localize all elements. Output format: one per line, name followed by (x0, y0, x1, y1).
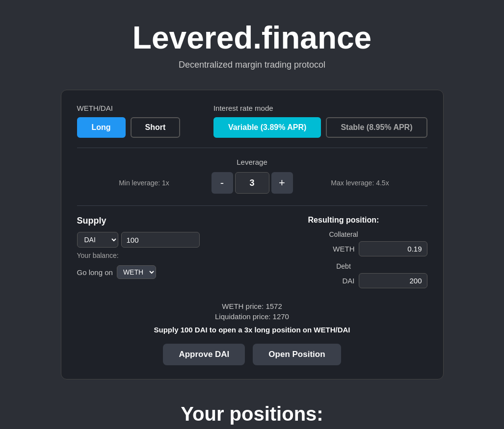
balance-text: Your balance: (77, 252, 244, 259)
supply-token-select[interactable]: DAI WETH (77, 232, 118, 248)
collateral-label: Collateral (260, 230, 427, 238)
page-container: Levered.finance Decentralized margin tra… (0, 0, 504, 429)
collateral-value-input[interactable] (359, 241, 427, 256)
approve-dai-button[interactable]: Approve DAI (163, 344, 245, 365)
leverage-minus-button[interactable]: - (212, 172, 233, 194)
action-buttons: Approve DAI Open Position (77, 344, 427, 365)
dai-result-label: DAI (342, 277, 354, 285)
max-leverage-label: Max leverage: 4.5x (293, 179, 427, 187)
pair-section: WETH/DAI Long Short (77, 104, 181, 138)
leverage-label: Leverage (237, 158, 267, 166)
go-long-label: Go long on (77, 268, 113, 277)
leverage-row: Min leverage: 1x - + Max leverage: 4.5x (77, 172, 427, 194)
position-summary: Supply 100 DAI to open a 3x long positio… (77, 326, 427, 334)
collateral-group: Collateral WETH (260, 230, 427, 256)
variable-rate-button[interactable]: Variable (3.89% APR) (213, 117, 321, 138)
debt-label: Debt (260, 262, 427, 270)
debt-value-input[interactable] (359, 273, 427, 288)
open-position-button[interactable]: Open Position (253, 344, 341, 365)
divider (77, 148, 427, 148)
debt-group: Debt DAI (260, 262, 427, 288)
positions-section: Your positions: Load positions (181, 403, 323, 429)
direction-buttons: Long Short (77, 117, 181, 138)
leverage-input-group: - + (212, 172, 293, 194)
site-subtitle: Decentralized margin trading protocol (179, 60, 325, 70)
weth-result-label: WETH (333, 245, 354, 253)
weth-price-text: WETH price: 1572 (77, 302, 427, 310)
resulting-section: Resulting position: Collateral WETH Debt… (260, 216, 427, 294)
supply-amount-input[interactable] (121, 232, 200, 248)
leverage-value-input[interactable] (235, 172, 269, 194)
positions-title: Your positions: (181, 403, 323, 425)
supply-title: Supply (77, 216, 244, 226)
min-leverage-label: Min leverage: 1x (77, 179, 212, 187)
short-button[interactable]: Short (131, 117, 181, 138)
liquidation-text: Liquidation price: 1270 (77, 312, 427, 321)
leverage-section: Leverage Min leverage: 1x - + Max levera… (77, 158, 427, 194)
weth-result-row: WETH (260, 241, 427, 256)
supply-input-row: DAI WETH (77, 232, 244, 248)
bottom-section: Supply DAI WETH Your balance: Go long on… (77, 205, 427, 294)
price-info: WETH price: 1572 Liquidation price: 1270 (77, 302, 427, 321)
go-long-token-select[interactable]: WETH DAI (117, 265, 156, 279)
long-button[interactable]: Long (77, 117, 126, 138)
interest-section: Interest rate mode Variable (3.89% APR) … (213, 104, 427, 138)
interest-label: Interest rate mode (213, 104, 273, 112)
leverage-plus-button[interactable]: + (271, 172, 293, 194)
site-title: Levered.finance (133, 20, 371, 56)
resulting-title: Resulting position: (260, 216, 427, 225)
top-row: WETH/DAI Long Short Interest rate mode V… (77, 104, 427, 138)
go-long-row: Go long on WETH DAI (77, 265, 244, 279)
supply-section: Supply DAI WETH Your balance: Go long on… (77, 216, 244, 294)
stable-rate-button[interactable]: Stable (8.95% APR) (326, 117, 427, 138)
interest-buttons: Variable (3.89% APR) Stable (8.95% APR) (213, 117, 427, 138)
main-card: WETH/DAI Long Short Interest rate mode V… (61, 90, 444, 379)
pair-label: WETH/DAI (77, 104, 113, 112)
dai-result-row: DAI (260, 273, 427, 288)
